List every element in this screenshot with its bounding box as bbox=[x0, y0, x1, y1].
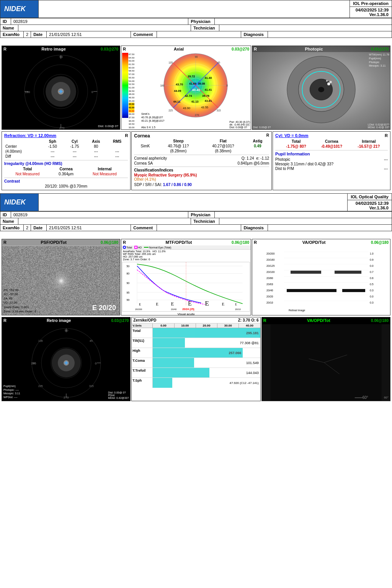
zernike-row-tilt: Tilt(S1) 77.308 @81 bbox=[132, 338, 260, 348]
retro-panel-2: R Retro image 0.03@270 90 270 180 0 bbox=[2, 317, 131, 401]
svg-text:315: 315 bbox=[217, 109, 221, 112]
topo-map: 39.72 41.40 43.70 41.69 39.08 44.09 40.4… bbox=[141, 53, 250, 118]
zernike-header-row: Zernike/OPD Z: 3.70 O: 6 bbox=[132, 317, 260, 323]
svg-text:E: E bbox=[156, 302, 158, 306]
svg-text:20/40: 20/40 bbox=[266, 289, 273, 292]
second-panels-row: R PSF/OPD/Tot 0.06@180 E 20/20 ZS: +52.0… bbox=[2, 239, 390, 315]
svg-text:45: 45 bbox=[217, 61, 220, 64]
contrast-title: Contrast bbox=[4, 179, 128, 183]
mtf-x-label: Visual acuity bbox=[121, 312, 251, 315]
photopic-dist: LDist: 0.02@337? MDist: 0.42@ 33? bbox=[368, 123, 389, 129]
svg-text:40.40: 40.40 bbox=[192, 88, 201, 92]
svg-text:E: E bbox=[171, 301, 174, 307]
contrast-value: 20/120: 100% @3.70mm bbox=[4, 184, 128, 188]
svg-text:0.9: 0.9 bbox=[370, 258, 374, 261]
svg-text:95: 95 bbox=[126, 291, 129, 294]
va2-panel: R VA/OPD/Tot 0.06@180 60° 60° bbox=[261, 317, 390, 401]
svg-text:0.6: 0.6 bbox=[370, 277, 374, 279]
report-date-2: 04/02/2025 12:39 Ver.1.36.0 bbox=[348, 200, 392, 211]
photopic-row: Photopic --- bbox=[275, 157, 388, 162]
svg-text:43.90: 43.90 bbox=[183, 106, 190, 110]
zernike-panel: Zernike/OPD Z: 3.70 O: 6 V.Sets 0.00 10.… bbox=[131, 317, 260, 401]
va2-scale: 60° bbox=[384, 396, 389, 399]
classification-title: Classification/Indices bbox=[134, 168, 269, 172]
svg-text:90: 90 bbox=[65, 329, 68, 332]
svg-text:50: 50 bbox=[126, 265, 129, 268]
svg-text:20/160: 20/160 bbox=[266, 258, 275, 261]
svg-text:135: 135 bbox=[168, 61, 173, 64]
nidek-logo-2: NIDEK bbox=[0, 194, 39, 211]
svg-text:99: 99 bbox=[126, 299, 129, 301]
svg-rect-108 bbox=[335, 271, 361, 274]
nidek-logo-1: NIDEK bbox=[0, 0, 39, 18]
svg-rect-110 bbox=[342, 289, 365, 292]
svg-text:90: 90 bbox=[59, 55, 63, 59]
asphericity-row: Corneal asphericity Q: 1.24 e: -1.12 bbox=[134, 156, 269, 160]
zernike-col-headers: V.Sets 0.00 10.00 20.00 30.00 40.00 bbox=[132, 323, 260, 328]
svg-text:43.55: 43.55 bbox=[201, 106, 208, 109]
svg-text:Retinal Image: Retinal Image bbox=[289, 309, 305, 312]
svg-text:180: 180 bbox=[25, 90, 30, 94]
svg-text:20/200: 20/200 bbox=[266, 252, 275, 255]
cornea-sa-row: Cornea SA 0.840μm @6.0mm bbox=[134, 161, 269, 165]
psf-e-label: E 20/20 bbox=[92, 304, 116, 312]
retro2-title: R Retro image 0.03@270 bbox=[2, 317, 130, 323]
svg-text:60°: 60° bbox=[362, 395, 368, 400]
header2-exam-row: ExamNo 2 Date 21/01/2025 12:51 Comment D… bbox=[0, 224, 392, 231]
zernike-row-trefoil: T.Trefoil 144.043 bbox=[132, 368, 260, 378]
svg-text:44.09: 44.09 bbox=[174, 89, 181, 93]
cyl-table: TotalCorneaInternal -1.75@ 80? -0.49@101… bbox=[275, 139, 388, 149]
report-date-1: 04/02/2025 12:39 Ver.1.36.0 bbox=[350, 7, 392, 18]
svg-text:0.0: 0.0 bbox=[370, 265, 374, 267]
retro-panel-1: R Retro image 0.03@270 90 270 bbox=[2, 46, 120, 130]
svg-rect-107 bbox=[291, 271, 321, 274]
mtf-title: R MTF/OPD/Tot 0.06@180 bbox=[121, 239, 251, 245]
svg-text:270: 270 bbox=[195, 114, 199, 116]
svg-text:225: 225 bbox=[38, 385, 43, 387]
zernike-row-tsph: T.Sph 47.920 (C12 -47.141) bbox=[132, 378, 260, 388]
svg-text:45: 45 bbox=[90, 340, 93, 342]
mesopic-row: Mesopic 3.11mm / dist 0.42@ 33? bbox=[275, 162, 388, 166]
svg-text:41.69: 41.69 bbox=[189, 82, 196, 85]
svg-text:1.0: 1.0 bbox=[370, 252, 374, 255]
retro2-info-left: Pupil(mm) Photopic: ---- Mesopic: 3.11 W… bbox=[3, 384, 20, 399]
header-exam-row: ExamNo 2 Date 21/01/2025 12:51 Comment D… bbox=[0, 31, 392, 38]
retro2-info-right: Dist: 0.00@ 0? PDist: MDist: 0.42@337 bbox=[108, 391, 129, 399]
svg-text:20/10: 20/10 bbox=[235, 308, 241, 310]
svg-text:20/20: 20/20 bbox=[266, 295, 273, 298]
report-title-2: IOL Optical Quality bbox=[348, 194, 392, 200]
myopic-label: Myopic Refractive Surgery (95.9%) bbox=[134, 173, 269, 177]
svg-text:44.11: 44.11 bbox=[173, 100, 180, 103]
svg-text:43.81: 43.81 bbox=[205, 99, 212, 103]
svg-text:0: 0 bbox=[95, 362, 97, 365]
irregularity-table: TotalCorneaInternal Not Measured 0.364μm… bbox=[4, 167, 128, 176]
svg-text:20/10: 20/10 bbox=[266, 301, 273, 304]
header-id-row: ID 002819 Physician bbox=[0, 18, 392, 24]
zernike-row-total: Total 295.181 bbox=[132, 328, 260, 338]
retro-image-1: 90 270 180 0 bbox=[2, 54, 120, 129]
svg-text:0: 0 bbox=[91, 90, 93, 94]
header-1: NIDEK IOL Pre-operation 04/02/2025 12:39… bbox=[0, 0, 392, 38]
svg-text:39.72: 39.72 bbox=[188, 75, 195, 78]
psf-info: ZS: +52.00 ZC: -57.00 ZA: 83 VD: 12.00 S… bbox=[3, 288, 36, 314]
svg-text:43.70: 43.70 bbox=[176, 83, 183, 86]
dist-pm-row: Dist to P/M --- bbox=[275, 167, 388, 171]
svg-rect-109 bbox=[287, 289, 336, 292]
svg-point-54 bbox=[327, 82, 330, 85]
refraction-table: SphCylAxisRMS Center -1.50-1.7580 (4.00m… bbox=[4, 139, 128, 159]
axial-panel: R Axial 0.03@270 67.5064.5063.0061.5060.… bbox=[121, 46, 251, 130]
top-panels-row: R Retro image 0.03@270 90 270 bbox=[2, 46, 390, 130]
svg-text:39.08: 39.08 bbox=[198, 82, 205, 85]
svg-text:42.74: 42.74 bbox=[185, 94, 193, 98]
svg-text:0.3: 0.3 bbox=[370, 301, 374, 304]
svg-point-56 bbox=[326, 80, 328, 82]
cyl-box: Cyl: VD = 0.0mm R TotalCorneaInternal -1… bbox=[273, 131, 390, 190]
svg-text:20/100: 20/100 bbox=[266, 271, 275, 273]
svg-point-52 bbox=[318, 87, 324, 92]
svg-text:225: 225 bbox=[168, 109, 173, 112]
svg-text:20/24 (25): 20/24 (25) bbox=[182, 308, 194, 311]
svg-text:0.0: 0.0 bbox=[370, 295, 374, 298]
header2-name-row: Name Technician bbox=[0, 218, 392, 224]
va-panel: R VA/OPD/Tot 0.06@180 20/200 20/160 20/1… bbox=[252, 239, 390, 315]
svg-text:0.3: 0.3 bbox=[370, 289, 374, 292]
